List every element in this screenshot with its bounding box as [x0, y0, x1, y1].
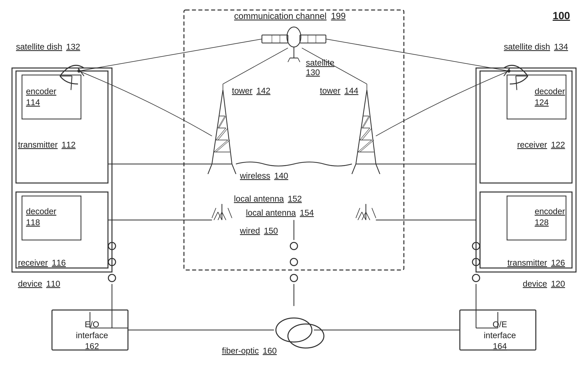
svg-point-67	[108, 274, 115, 282]
svg-point-69	[290, 258, 298, 266]
wired-150-label: wired 150	[240, 226, 278, 236]
diagram-container: 100 communication channel 199 satellite …	[0, 0, 588, 392]
local-antenna-152-label: local antenna 152	[234, 194, 302, 204]
transmitter-112-label: transmitter 112	[18, 140, 75, 150]
svg-line-50	[214, 212, 218, 220]
svg-rect-2	[300, 35, 326, 43]
svg-line-95	[223, 48, 288, 84]
svg-line-44	[363, 116, 370, 128]
encoder-128-label: encoder 128	[535, 206, 565, 228]
decoder-118-label: decoder 118	[26, 206, 56, 228]
decoder-124-label: decoder 124	[535, 86, 565, 108]
svg-line-28	[216, 128, 226, 140]
svg-point-70	[290, 274, 298, 282]
tower-144-label: tower 144	[320, 86, 358, 96]
svg-point-68	[290, 242, 298, 250]
svg-line-27	[216, 140, 230, 152]
svg-line-10	[298, 58, 300, 62]
svg-line-62	[372, 208, 376, 218]
svg-point-0	[287, 27, 301, 47]
svg-line-42	[362, 128, 372, 140]
comm-channel-label: communication channel 199	[210, 11, 370, 21]
svg-line-9	[288, 58, 290, 62]
svg-line-55	[228, 208, 232, 218]
satellite-label: satellite 130	[306, 58, 334, 77]
svg-line-57	[358, 212, 362, 220]
satellite-dish-132-label: satellite dish 132	[16, 42, 80, 52]
svg-line-54	[212, 208, 216, 218]
tower-142-label: tower 142	[232, 86, 270, 96]
svg-line-46	[376, 164, 380, 174]
svg-line-61	[356, 208, 360, 218]
svg-line-40	[360, 140, 374, 152]
figure-number: 100	[553, 10, 570, 22]
fiber-optic-160-label: fiber-optic 160	[222, 346, 277, 356]
device-110-label: device 110	[18, 279, 60, 288]
satellite-dish-134-label: satellite dish 134	[504, 42, 568, 52]
svg-point-82	[276, 318, 312, 342]
eo-interface-162-label: E/Ointerface162	[57, 319, 127, 352]
svg-line-31	[219, 116, 226, 128]
device-120-label: device 120	[523, 279, 565, 288]
svg-line-39	[358, 140, 372, 152]
transmitter-126-box	[480, 192, 572, 268]
svg-line-32	[208, 164, 212, 174]
svg-line-13	[71, 76, 72, 90]
svg-marker-21	[212, 90, 232, 164]
local-antenna-154-label: local antenna 154	[246, 208, 314, 218]
svg-line-26	[214, 140, 228, 152]
receiver-116-box	[16, 192, 108, 268]
oe-interface-164-label: O/Einterface164	[465, 319, 535, 352]
svg-rect-1	[262, 35, 288, 43]
receiver-116-label: receiver 116	[18, 258, 66, 268]
svg-marker-34	[356, 90, 376, 164]
svg-line-20	[326, 39, 509, 71]
receiver-122-label: receiver 122	[517, 140, 565, 150]
transmitter-126-label: transmitter 126	[508, 258, 565, 268]
svg-line-41	[360, 128, 370, 140]
svg-line-17	[516, 76, 517, 90]
svg-line-45	[352, 164, 356, 174]
svg-line-60	[366, 212, 370, 220]
wireless-140-label: wireless 140	[240, 171, 288, 180]
encoder-114-label: encoder 114	[26, 86, 56, 108]
svg-line-19	[79, 39, 262, 71]
svg-line-53	[222, 212, 226, 220]
svg-point-83	[288, 324, 324, 348]
svg-point-73	[473, 274, 480, 282]
svg-line-33	[232, 164, 236, 174]
svg-line-29	[218, 128, 228, 140]
